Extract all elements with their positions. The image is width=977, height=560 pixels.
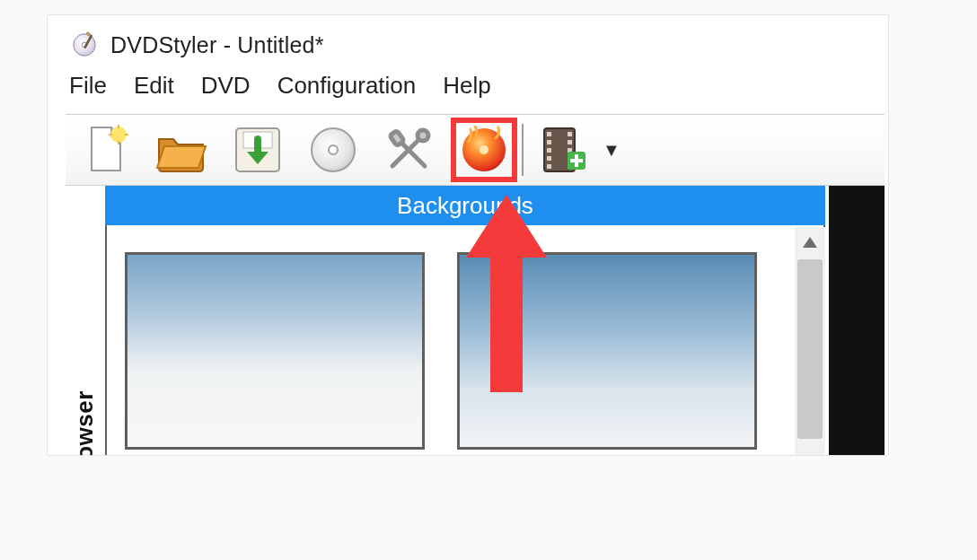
sidebar-tab-label: browser	[71, 390, 99, 456]
sidebar-tab[interactable]: browser	[66, 227, 103, 455]
open-folder-icon	[155, 127, 209, 173]
menu-edit[interactable]: Edit	[134, 72, 174, 100]
add-video-dropdown[interactable]: ▼	[599, 140, 624, 161]
svg-rect-20	[547, 132, 551, 136]
save-button[interactable]	[220, 115, 295, 185]
background-thumbnails	[125, 252, 757, 450]
toolbar-separator	[522, 124, 524, 176]
save-icon	[233, 125, 283, 175]
new-file-button[interactable]	[69, 115, 145, 185]
scrollbar-thumb[interactable]	[797, 259, 823, 439]
background-thumb-2[interactable]	[457, 252, 757, 450]
open-button[interactable]	[145, 115, 220, 185]
content-area: browser Backgrounds	[66, 186, 885, 455]
svg-rect-16	[390, 130, 404, 145]
background-thumb-1[interactable]	[125, 252, 425, 450]
add-video-button[interactable]	[529, 115, 599, 185]
toolbar: ▼	[66, 114, 885, 186]
backgrounds-header-label: Backgrounds	[397, 192, 533, 220]
scroll-up-icon[interactable]	[795, 227, 825, 258]
preview-dark-area	[829, 186, 885, 455]
svg-rect-24	[547, 164, 551, 169]
menu-configuration[interactable]: Configuration	[277, 72, 417, 100]
disc-settings-icon	[308, 125, 358, 175]
menu-bar: File Edit DVD Configuration Help	[66, 66, 885, 114]
svg-point-12	[329, 145, 338, 154]
new-file-icon	[84, 124, 129, 176]
title-bar: DVDStyler - Untitled*	[66, 24, 885, 66]
svg-rect-26	[568, 140, 572, 144]
svg-point-4	[110, 127, 127, 143]
svg-rect-25	[568, 132, 572, 136]
window-title: DVDStyler - Untitled*	[110, 32, 324, 58]
svg-rect-22	[547, 148, 551, 153]
svg-point-18	[480, 145, 488, 154]
dropdown-caret-icon: ▼	[603, 140, 621, 161]
app-window-frame: DVDStyler - Untitled* File Edit DVD Conf…	[47, 14, 889, 456]
add-video-icon	[541, 125, 587, 175]
menu-dvd[interactable]: DVD	[201, 72, 251, 100]
app-icon	[71, 31, 98, 58]
app-window-inner: DVDStyler - Untitled* File Edit DVD Conf…	[66, 24, 885, 455]
svg-rect-23	[547, 156, 551, 161]
svg-rect-21	[547, 140, 551, 144]
backgrounds-header: Backgrounds	[105, 186, 825, 225]
disc-settings-button[interactable]	[295, 115, 371, 185]
backgrounds-scrollbar[interactable]	[795, 227, 825, 455]
svg-point-14	[418, 130, 428, 141]
menu-help[interactable]: Help	[443, 72, 490, 100]
options-icon	[383, 125, 434, 175]
svg-rect-32	[570, 159, 583, 162]
options-button[interactable]	[371, 115, 446, 185]
menu-file[interactable]: File	[69, 72, 107, 100]
burn-disc-button[interactable]	[446, 115, 522, 185]
burn-disc-icon	[460, 126, 508, 174]
